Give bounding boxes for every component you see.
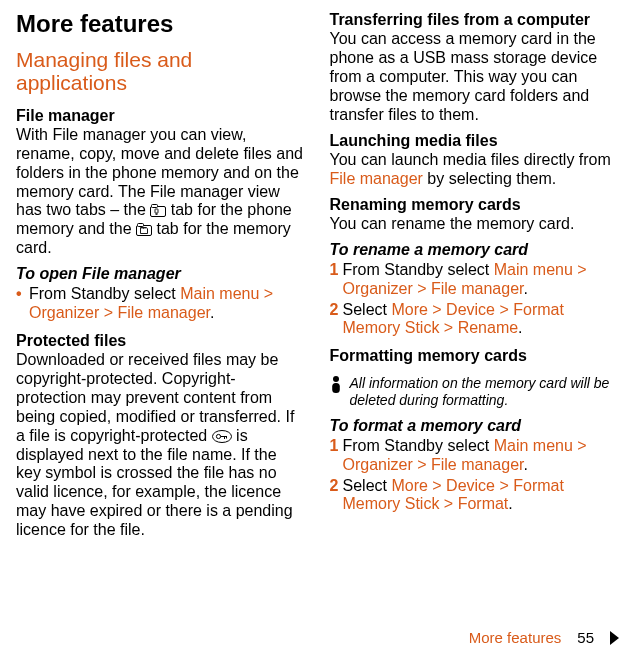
launch-path: File manager (330, 170, 423, 187)
step-number-1: 1 (330, 261, 343, 299)
left-column: More features Managing files and applica… (16, 10, 306, 610)
section-title: Managing files and applications (16, 48, 306, 94)
format-step-2-text: Select More > Device > Format Memory Sti… (343, 477, 620, 515)
rename-step-1-text: From Standby select Main menu > Organize… (343, 261, 620, 299)
rename-step-2: 2 Select More > Device > Format Memory S… (330, 301, 620, 339)
period: . (508, 495, 512, 512)
open-step-pre: From Standby select (29, 285, 180, 302)
svg-rect-1 (152, 205, 158, 208)
transferring-body: You can access a memory card in the phon… (330, 30, 620, 124)
page-footer: More features 55 (469, 629, 619, 646)
to-rename-heading: To rename a memory card (330, 240, 620, 259)
protected-files-heading: Protected files (16, 331, 306, 350)
file-manager-body: With File manager you can view, rename, … (16, 126, 306, 258)
format-warning-note: All information on the memory card will … (330, 375, 620, 407)
format-step-2: 2 Select More > Device > Format Memory S… (330, 477, 620, 515)
rstep1-pre: From Standby select (343, 261, 494, 278)
open-file-manager-heading: To open File manager (16, 264, 306, 283)
format-step-1: 1 From Standby select Main menu > Organi… (330, 437, 620, 475)
fstep2-pre: Select (343, 477, 392, 494)
page-title: More features (16, 10, 306, 38)
to-format-heading: To format a memory card (330, 416, 620, 435)
period: . (523, 456, 527, 473)
renaming-body: You can rename the memory card. (330, 215, 620, 234)
rename-step-2-text: Select More > Device > Format Memory Sti… (343, 301, 620, 339)
svg-rect-15 (332, 383, 340, 393)
step-number-1: 1 (330, 437, 343, 475)
key-icon (212, 429, 232, 442)
launch-pre: You can launch media files directly from (330, 151, 611, 168)
formatting-heading: Formatting memory cards (330, 346, 620, 365)
svg-rect-14 (333, 376, 339, 382)
period: . (523, 280, 527, 297)
phone-memory-tab-icon (150, 203, 166, 216)
open-file-manager-text: From Standby select Main menu > Organize… (29, 285, 306, 323)
period: . (210, 304, 214, 321)
launching-heading: Launching media files (330, 131, 620, 150)
step-number-2: 2 (330, 301, 343, 339)
launching-body: You can launch media files directly from… (330, 151, 620, 189)
protected-text-1: Downloaded or received files may be copy… (16, 351, 294, 444)
step-number-2: 2 (330, 477, 343, 515)
period: . (518, 319, 522, 336)
info-icon (330, 376, 342, 394)
format-step-1-text: From Standby select Main menu > Organize… (343, 437, 620, 475)
fstep1-pre: From Standby select (343, 437, 494, 454)
svg-rect-3 (156, 214, 158, 215)
renaming-heading: Renaming memory cards (330, 195, 620, 214)
rstep2-pre: Select (343, 301, 392, 318)
protected-files-body: Downloaded or received files may be copy… (16, 351, 306, 540)
memory-card-tab-icon (136, 222, 152, 235)
file-manager-heading: File manager (16, 106, 306, 125)
bullet-dot: • (16, 285, 29, 323)
note-text: All information on the memory card will … (350, 375, 620, 407)
open-file-manager-step: • From Standby select Main menu > Organi… (16, 285, 306, 323)
rename-step-1: 1 From Standby select Main menu > Organi… (330, 261, 620, 299)
page-number: 55 (577, 629, 594, 646)
launch-post: by selecting them. (423, 170, 556, 187)
transferring-heading: Transferring files from a computer (330, 10, 620, 29)
page-turn-icon (610, 631, 619, 645)
footer-section-label: More features (469, 629, 562, 646)
right-column: Transferring files from a computer You c… (330, 10, 620, 610)
svg-rect-5 (138, 224, 144, 227)
